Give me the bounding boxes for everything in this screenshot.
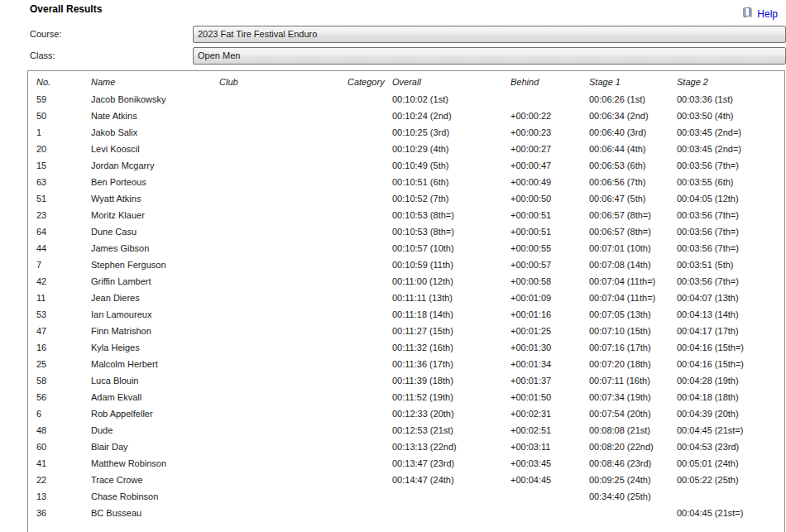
cell-overall: 00:11:52 (19th) <box>392 389 510 405</box>
cell-name: Jordan Mcgarry <box>91 157 219 174</box>
cell-stage2: 00:04:18 (18th) <box>677 389 784 405</box>
cell-no: 15 <box>36 157 91 174</box>
cell-category <box>347 174 392 190</box>
cell-club <box>219 488 347 505</box>
cell-stage1 <box>589 505 677 521</box>
table-row[interactable]: 16Kyla Heiges00:11:32 (16th)+00:01:3000:… <box>28 339 784 356</box>
cell-club <box>219 455 347 472</box>
table-row[interactable]: 6Rob Appelfeller00:12:33 (20th)+00:02:31… <box>28 405 784 422</box>
cell-no: 42 <box>36 273 91 290</box>
table-row[interactable]: 23Moritz Klauer00:10:53 (8th=)+00:00:510… <box>28 207 784 223</box>
column-header-stage2: Stage 2 <box>677 71 784 91</box>
cell-name: Dude <box>91 422 219 439</box>
cell-club <box>219 323 347 339</box>
cell-stage1: 00:06:57 (8th=) <box>589 223 677 240</box>
cell-name: Matthew Robinson <box>91 455 219 472</box>
table-row[interactable]: 36BC Busseau00:04:45 (21st=) <box>28 505 784 521</box>
cell-stage1: 00:06:53 (6th) <box>589 157 677 174</box>
cell-stage2: 00:04:53 (23rd) <box>677 439 784 455</box>
table-row[interactable]: 15Jordan Mcgarry00:10:49 (5th)+00:00:470… <box>28 157 784 174</box>
help-link[interactable]: Help <box>742 7 778 21</box>
cell-overall: 00:13:13 (22nd) <box>392 439 510 455</box>
cell-stage2: 00:05:01 (24th) <box>677 455 784 472</box>
table-row[interactable]: 50Nate Atkins00:10:24 (2nd)+00:00:2200:0… <box>28 108 784 124</box>
table-row[interactable]: 11Jean Dieres00:11:11 (13th)+00:01:0900:… <box>28 290 784 306</box>
cell-behind: +00:00:55 <box>510 240 589 256</box>
cell-club <box>219 256 347 273</box>
cell-no: 63 <box>36 174 91 190</box>
cell-overall: 00:11:32 (16th) <box>392 339 510 356</box>
cell-club <box>219 157 347 174</box>
cell-stage1: 00:06:40 (3rd) <box>589 124 677 141</box>
cell-no: 6 <box>36 405 91 422</box>
class-select[interactable]: Open Men <box>193 47 786 65</box>
table-row[interactable]: 58Luca Blouin00:11:39 (18th)+00:01:3700:… <box>28 372 784 389</box>
cell-no: 22 <box>36 472 91 488</box>
cell-no: 1 <box>36 124 91 141</box>
table-row[interactable]: 13Chase Robinson00:34:40 (25th) <box>28 488 784 505</box>
cell-behind: +00:00:27 <box>510 141 589 157</box>
table-header-row: No. Name Club Category Overall Behind St… <box>28 71 784 91</box>
table-row[interactable]: 56Adam Ekvall00:11:52 (19th)+00:01:5000:… <box>28 389 784 405</box>
cell-no: 44 <box>36 240 91 256</box>
cell-category <box>347 108 392 124</box>
cell-overall: 00:10:02 (1st) <box>392 91 510 108</box>
table-row[interactable]: 41Matthew Robinson00:13:47 (23rd)+00:03:… <box>28 455 784 472</box>
cell-no: 47 <box>36 323 91 339</box>
cell-stage1: 00:07:54 (20th) <box>589 405 677 422</box>
cell-overall <box>392 488 510 505</box>
cell-club <box>219 439 347 455</box>
table-row[interactable]: 1Jakob Salix00:10:25 (3rd)+00:00:2300:06… <box>28 124 784 141</box>
table-row[interactable]: 51Wyatt Atkins00:10:52 (7th)+00:00:5000:… <box>28 190 784 207</box>
course-select[interactable]: 2023 Fat Tire Festival Enduro <box>193 26 786 43</box>
cell-no: 50 <box>36 108 91 124</box>
table-row[interactable]: 7Stephen Ferguson00:10:59 (11th)+00:00:5… <box>28 256 784 273</box>
cell-category <box>347 124 392 141</box>
cell-behind: +00:02:31 <box>510 405 589 422</box>
table-row[interactable]: 59Jacob Bonikowsky00:10:02 (1st)00:06:26… <box>28 91 784 108</box>
cell-category <box>347 405 392 422</box>
cell-no: 13 <box>36 488 91 505</box>
page-title: Overall Results <box>30 3 102 15</box>
table-row[interactable]: 47Finn Matrishon00:11:27 (15th)+00:01:25… <box>28 323 784 339</box>
results-table: No. Name Club Category Overall Behind St… <box>27 70 785 532</box>
cell-category <box>347 439 392 455</box>
cell-behind <box>510 505 589 521</box>
table-row[interactable]: 53Ian Lamoureux00:11:18 (14th)+00:01:160… <box>28 306 784 323</box>
table-row[interactable]: 60Blair Day00:13:13 (22nd)+00:03:1100:08… <box>28 439 784 455</box>
cell-category <box>347 273 392 290</box>
cell-category <box>347 190 392 207</box>
column-header-stage1: Stage 1 <box>589 71 677 91</box>
cell-stage2: 00:03:56 (7th=) <box>677 207 784 223</box>
help-label: Help <box>757 8 778 20</box>
cell-club <box>219 306 347 323</box>
cell-overall: 00:10:51 (6th) <box>392 174 510 190</box>
cell-club <box>219 273 347 290</box>
cell-club <box>219 505 347 521</box>
cell-stage1: 00:07:04 (11th=) <box>589 290 677 306</box>
table-row[interactable]: 48Dude00:12:53 (21st)+00:02:5100:08:08 (… <box>28 422 784 439</box>
table-row[interactable]: 42Griffin Lambert00:11:00 (12th)+00:00:5… <box>28 273 784 290</box>
table-row[interactable]: 25Malcolm Herbert00:11:36 (17th)+00:01:3… <box>28 356 784 372</box>
cell-name: Trace Crowe <box>91 472 219 488</box>
cell-stage2: 00:04:45 (21st=) <box>677 505 784 521</box>
cell-stage2: 00:03:45 (2nd=) <box>677 124 784 141</box>
table-row[interactable]: 44James Gibson00:10:57 (10th)+00:00:5500… <box>28 240 784 256</box>
column-header-name: Name <box>91 71 219 91</box>
cell-overall: 00:10:49 (5th) <box>392 157 510 174</box>
cell-club <box>219 389 347 405</box>
table-row[interactable]: 20Levi Kooscil00:10:29 (4th)+00:00:2700:… <box>28 141 784 157</box>
table-row[interactable]: 64Dune Casu00:10:53 (8th=)+00:00:5100:06… <box>28 223 784 240</box>
cell-name: Luca Blouin <box>91 372 219 389</box>
cell-stage2: 00:03:50 (4th) <box>677 108 784 124</box>
cell-overall: 00:11:36 (17th) <box>392 356 510 372</box>
cell-stage2: 00:03:56 (7th=) <box>677 273 784 290</box>
table-row[interactable]: 22Trace Crowe00:14:47 (24th)+00:04:4500:… <box>28 472 784 488</box>
cell-no: 56 <box>36 389 91 405</box>
cell-club <box>219 207 347 223</box>
table-row[interactable]: 63Ben Porteous00:10:51 (6th)+00:00:4900:… <box>28 174 784 190</box>
cell-stage1: 00:06:34 (2nd) <box>589 108 677 124</box>
cell-name: Ben Porteous <box>91 174 219 190</box>
cell-category <box>347 372 392 389</box>
cell-stage2: 00:04:39 (20th) <box>677 405 784 422</box>
